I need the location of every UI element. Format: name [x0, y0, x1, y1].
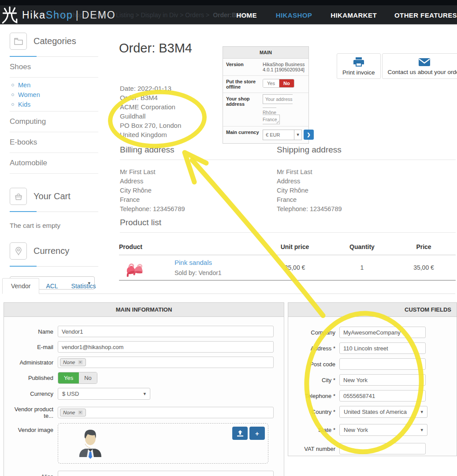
main-currency-row: Main currency € EUR ▾ ❯: [223, 126, 308, 143]
menu-item-hikashop[interactable]: HIKASHOP: [276, 11, 312, 19]
shop-address-label: Your shop address: [223, 93, 262, 126]
country-label: Country *: [288, 409, 339, 415]
custom-fields-panel: CUSTOM FIELDS Company Address * Post cod…: [288, 302, 457, 456]
administrator-field[interactable]: None✕: [58, 357, 274, 368]
product-list-title: Product list: [120, 218, 456, 233]
logo-demo: DEMO: [79, 9, 116, 21]
menu-item-home[interactable]: HOME: [236, 11, 257, 19]
tab-statistics[interactable]: Statistics: [65, 279, 103, 294]
category-automobile[interactable]: Automobile: [10, 153, 98, 174]
city-row: City *: [288, 374, 450, 386]
product-link[interactable]: Pink sandals: [175, 259, 222, 266]
product-image-pink-sandals[interactable]: [122, 257, 146, 278]
billing-street: Address: [120, 177, 277, 186]
category-link-men[interactable]: Men: [18, 82, 30, 89]
page: Home > HikaShop > Products Listing > Dis…: [0, 0, 457, 476]
published-label: Published: [4, 375, 58, 381]
vendor-product-type-chip: None✕: [60, 409, 86, 416]
alias-row: Alias: [4, 471, 278, 476]
print-invoice-button[interactable]: Print invoice: [337, 53, 381, 79]
billing-address-section: Billing address Mr First Last Address Ci…: [120, 145, 277, 214]
shipping-address-title: Shipping address: [277, 145, 456, 160]
sidebar-cart-module: Your Cart The cart is empty: [10, 188, 98, 229]
main-information-header: MAIN INFORMATION: [4, 303, 284, 317]
currency-dropdown-button[interactable]: ▾: [294, 130, 302, 140]
product-table-header: Product Unit price Quantity Price: [119, 242, 456, 255]
tab-vendor[interactable]: Vendor: [2, 278, 39, 294]
plus-icon: +: [255, 430, 259, 437]
telephone-field[interactable]: [339, 390, 426, 402]
billing-address-lines: Mr First Last Address City Rhône France …: [120, 167, 277, 214]
published-toggle: Yes No: [58, 372, 97, 384]
contact-us-button[interactable]: Contact us about your order: [382, 53, 457, 79]
vendor-image-dropzone[interactable]: +: [58, 423, 268, 464]
state-row: State * New York ▾: [288, 424, 450, 436]
vat-label: VAT number: [288, 446, 339, 452]
order-meta: Date: 2022-01-13 Order: B3M4 ACME Corpor…: [120, 84, 181, 139]
address-field[interactable]: [339, 342, 426, 354]
name-field[interactable]: [58, 326, 274, 337]
close-icon[interactable]: ✕: [78, 360, 83, 364]
city-field[interactable]: [339, 374, 426, 386]
col-header-unit-price: Unit price: [257, 243, 332, 250]
vendor-currency-select[interactable]: $ USD ▾: [58, 388, 150, 400]
top-strip: [0, 0, 457, 5]
category-item-men[interactable]: Men: [11, 80, 98, 90]
category-item-women[interactable]: Women: [11, 90, 98, 100]
close-icon[interactable]: ✕: [78, 410, 83, 415]
product-name-cell: Pink sandals Sold by: Vendor1: [175, 259, 222, 276]
shop-address-textarea[interactable]: Your address Rhône France: [263, 94, 293, 124]
bullet-icon: [11, 103, 14, 106]
category-link-kids[interactable]: Kids: [18, 101, 30, 108]
main-currency-input[interactable]: € EUR: [263, 130, 294, 140]
category-shoes-children: Men Women Kids: [10, 80, 98, 109]
published-no-button[interactable]: No: [79, 372, 97, 383]
published-yes-button[interactable]: Yes: [58, 372, 79, 383]
product-sold-by: Sold by: Vendor1: [175, 269, 222, 276]
menu-item-other-features[interactable]: OTHER FEATURES: [394, 11, 457, 19]
site-logo[interactable]: HikaShop|DEMO: [1, 6, 116, 24]
add-image-button[interactable]: +: [249, 427, 265, 440]
shipping-phone: Telephone: 123456789: [277, 205, 456, 214]
vendor-currency-row: Currency $ USD ▾: [4, 388, 278, 400]
shop-address-row: Your shop address Your address Rhône Fra…: [223, 93, 308, 126]
currency-header: Currency: [10, 242, 98, 267]
menu-item-hikamarket[interactable]: HIKAMARKET: [331, 11, 377, 19]
main-menu: HOME HIKASHOP HIKAMARKET OTHER FEATURES: [236, 5, 457, 25]
alias-field[interactable]: [58, 471, 274, 476]
main-information-panel: MAIN INFORMATION Name E-mail Administrat…: [4, 302, 284, 476]
product-quantity: 1: [332, 264, 392, 271]
category-computing[interactable]: Computing: [10, 111, 98, 132]
administrator-chip: None✕: [60, 358, 86, 366]
vendor-product-type-label: Vendor product te...: [4, 406, 58, 419]
shipping-name: Mr First Last: [277, 167, 456, 177]
email-row: E-mail: [4, 341, 278, 353]
vendor-image-row: Vendor image: [4, 423, 278, 464]
country-select[interactable]: United States of America ▾: [339, 406, 427, 418]
category-item-kids[interactable]: Kids: [11, 100, 98, 109]
company-field[interactable]: [339, 327, 426, 338]
billing-city: City Rhône: [120, 186, 277, 195]
store-offline-row: Put the store offline Yes No: [223, 76, 308, 93]
cart-empty-text: The cart is empty: [10, 222, 98, 229]
currency-apply-button[interactable]: ❯: [304, 130, 314, 140]
offline-no-button[interactable]: No: [279, 79, 294, 87]
tab-acl[interactable]: ACL: [39, 279, 64, 294]
bullet-icon: [11, 93, 14, 96]
category-ebooks[interactable]: E-books: [10, 132, 98, 153]
postcode-row: Post code: [288, 358, 450, 370]
postcode-field[interactable]: [339, 358, 426, 370]
logo-hika: Hika: [22, 9, 46, 21]
offline-yes-button[interactable]: Yes: [263, 79, 279, 87]
vat-field[interactable]: [339, 443, 426, 454]
upload-image-button[interactable]: [232, 427, 248, 440]
telephone-row: Telephone *: [288, 390, 450, 402]
state-select[interactable]: New York ▾: [339, 424, 427, 436]
category-shoes[interactable]: Shoes: [10, 57, 98, 78]
currency-title: Currency: [33, 246, 69, 256]
chip-text: None: [63, 360, 75, 365]
category-link-women[interactable]: Women: [18, 91, 40, 98]
vendor-product-type-field[interactable]: None✕: [58, 407, 274, 418]
image-buttons: +: [232, 427, 265, 440]
email-field[interactable]: [58, 341, 274, 353]
